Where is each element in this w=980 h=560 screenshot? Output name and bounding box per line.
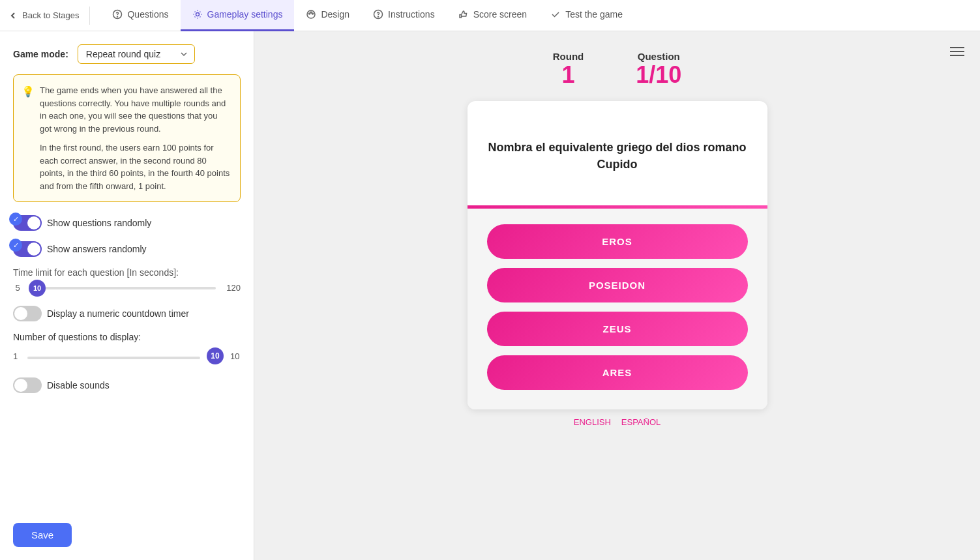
nav-tabs: Questions Gameplay settings Design Instr… [100, 0, 634, 31]
question-item: Question 1/10 [636, 51, 681, 88]
tab-gameplay[interactable]: Gameplay settings [181, 0, 295, 31]
nav-divider [89, 7, 90, 25]
svg-point-6 [312, 13, 314, 14]
info-text-2: In the first round, the users earn 100 p… [40, 141, 231, 192]
tab-gameplay-label: Gameplay settings [207, 9, 283, 20]
show-answers-toggle-row: ✓ Show answers randomly [13, 241, 241, 257]
check-icon [550, 9, 561, 20]
menu-icon[interactable] [950, 44, 964, 59]
time-limit-slider-wrap: 10 [29, 287, 216, 289]
question-label: Question [636, 51, 681, 62]
left-panel: Game mode: Repeat round quiz Classic qui… [0, 31, 254, 560]
question-value: 1/10 [636, 62, 681, 88]
num-questions-slider-row: 1 10 10 [13, 347, 241, 364]
answer-btn-0[interactable]: EROS [487, 224, 748, 259]
check-badge-answers: ✓ [9, 239, 22, 252]
time-limit-max: 120 [222, 283, 241, 293]
show-questions-toggle-row: ✓ Show questions randomly [13, 215, 241, 231]
gear-icon [192, 9, 203, 20]
countdown-toggle[interactable] [13, 306, 42, 321]
round-item: Round 1 [553, 51, 584, 88]
num-questions-range[interactable] [27, 357, 200, 359]
svg-point-5 [310, 12, 312, 13]
back-to-stages-button[interactable]: Back to Stages [8, 10, 79, 21]
round-question-header: Round 1 Question 1/10 [553, 51, 682, 88]
disable-sounds-toggle[interactable] [13, 377, 42, 393]
time-limit-range[interactable] [31, 287, 216, 289]
svg-point-4 [309, 13, 310, 14]
info-box: 💡 The game ends when you have answered a… [13, 74, 241, 202]
info-text-1: The game ends when you have answered all… [40, 84, 231, 135]
back-label: Back to Stages [22, 10, 79, 20]
right-panel: Round 1 Question 1/10 Nombra el equivale… [254, 31, 980, 560]
show-answers-toggle[interactable]: ✓ [13, 241, 42, 257]
svg-point-1 [117, 16, 118, 17]
tab-test[interactable]: Test the game [539, 0, 634, 31]
num-questions-label: Number of questions to display: [13, 332, 241, 342]
num-questions-min: 1 [13, 351, 21, 361]
num-questions-section: Number of questions to display: 1 10 10 [13, 332, 241, 364]
time-limit-bubble: 10 [29, 280, 46, 297]
question-icon [112, 9, 123, 20]
tab-questions[interactable]: Questions [100, 0, 180, 31]
time-limit-label: Time limit for each question [In seconds… [13, 267, 241, 278]
round-label: Round [553, 51, 584, 62]
top-nav: Back to Stages Questions Gameplay settin… [0, 0, 980, 31]
round-value: 1 [553, 62, 584, 88]
num-questions-bubble: 10 [207, 347, 224, 364]
game-mode-select[interactable]: Repeat round quiz Classic quiz Speed qui… [78, 44, 195, 64]
time-limit-min: 5 [13, 283, 22, 293]
answer-btn-3[interactable]: ARES [487, 355, 748, 390]
check-badge-questions: ✓ [9, 213, 22, 226]
tab-design-label: Design [321, 9, 349, 20]
svg-point-8 [378, 16, 379, 17]
main-layout: Game mode: Repeat round quiz Classic qui… [0, 31, 980, 560]
question-text: Nombra el equivalente griego del dios ro… [487, 140, 748, 172]
countdown-toggle-row: Display a numeric countdown timer [13, 306, 241, 321]
tab-score-label: Score screen [473, 9, 527, 20]
question-area: Nombra el equivalente griego del dios ro… [468, 101, 767, 205]
game-card: Nombra el equivalente griego del dios ro… [468, 101, 767, 409]
info-icon: 💡 [22, 84, 35, 100]
answers-area: EROS POSEIDON ZEUS ARES [468, 209, 767, 409]
tab-test-label: Test the game [565, 9, 623, 20]
lang-english[interactable]: ENGLISH [574, 417, 611, 427]
help-icon [373, 9, 383, 20]
show-questions-toggle[interactable]: ✓ [13, 215, 42, 231]
tab-score[interactable]: Score screen [447, 0, 539, 31]
thumbsup-icon [458, 9, 469, 20]
tab-questions-label: Questions [127, 9, 168, 20]
show-questions-label: Show questions randomly [47, 218, 151, 228]
num-questions-max: 10 [230, 351, 241, 361]
time-limit-section: Time limit for each question [In seconds… [13, 267, 241, 293]
num-questions-slider-wrap [27, 351, 200, 361]
disable-sounds-toggle-row: Disable sounds [13, 377, 241, 393]
answer-btn-1[interactable]: POSEIDON [487, 268, 748, 302]
show-answers-label: Show answers randomly [47, 244, 147, 254]
lang-footer: ENGLISH ESPAÑOL [574, 417, 661, 427]
countdown-label: Display a numeric countdown timer [47, 308, 189, 319]
save-button-wrap: Save [13, 523, 72, 547]
answer-btn-2[interactable]: ZEUS [487, 312, 748, 346]
game-mode-label: Game mode: [13, 49, 68, 59]
palette-icon [306, 9, 316, 20]
save-button[interactable]: Save [13, 523, 72, 547]
game-mode-row: Game mode: Repeat round quiz Classic qui… [13, 44, 241, 64]
tab-design[interactable]: Design [294, 0, 361, 31]
disable-sounds-label: Disable sounds [47, 380, 110, 391]
time-limit-slider-row: 5 10 120 [13, 283, 241, 293]
svg-point-2 [196, 13, 199, 16]
tab-instructions[interactable]: Instructions [361, 0, 447, 31]
lang-spanish[interactable]: ESPAÑOL [621, 417, 661, 427]
tab-instructions-label: Instructions [388, 9, 435, 20]
